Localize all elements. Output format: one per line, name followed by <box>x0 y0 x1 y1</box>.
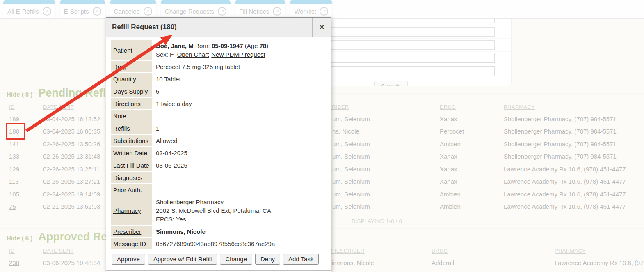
cell-pharmacy: Lawrence Academy Rx 10.6, (978) 451-4477 <box>504 166 644 173</box>
cell-pharmacy: Lawrence Academy Rx 10.6, (978) 451-4477 <box>504 203 644 210</box>
cell-prescriber: um, Selenium <box>313 153 440 160</box>
pharmacy-epcs: EPCS: Yes <box>156 215 323 224</box>
tab-label: Fill Notices <box>239 8 269 15</box>
tab-bar: All E-Refills ↗ E-Scripts ↗ Canceled ↗ C… <box>0 0 644 18</box>
refill-view-tab[interactable]: E-Scripts ↗ <box>60 0 105 18</box>
cell-drug: Ambien <box>440 141 504 148</box>
cell-prescriber: um, Selenium <box>313 166 440 173</box>
open-in-new-icon[interactable]: ↗ <box>218 7 226 16</box>
open-in-new-icon[interactable]: ↗ <box>144 7 152 16</box>
close-icon[interactable]: ✕ <box>312 18 331 37</box>
modal-footer-area <box>106 270 331 272</box>
modal-action-button[interactable]: Deny <box>255 254 280 265</box>
tab-label: Change Requests <box>165 8 214 15</box>
refill-id-link[interactable]: 133 <box>9 153 19 160</box>
patient-label[interactable]: Patient <box>111 40 152 60</box>
detail-value: Percocet 7.5 mg-325 mg tablet <box>153 61 327 72</box>
prescriber-label[interactable]: Prescriber <box>111 226 152 237</box>
cell-prescriber: immons, Nicole <box>329 259 432 266</box>
refill-view-tab[interactable]: Change Requests ↗ <box>161 0 231 18</box>
patient-value: Doe, Jane, M Born: 05-09-1947 (Age 78) S… <box>153 40 327 60</box>
cell-pharmacy: Lawrence Academy Rx 10.6, (978) 451-4477 <box>555 259 644 266</box>
refill-view-tab[interactable]: Canceled ↗ <box>110 0 156 18</box>
cell-prescriber: um, Selenium <box>313 141 440 148</box>
pharmacy-value: Shollenberger Pharmacy 2002 S. McDowell … <box>153 196 327 225</box>
detail-value <box>153 110 327 122</box>
detail-value <box>153 184 327 196</box>
cell-drug: Xanax <box>440 178 504 185</box>
message-id-value: 056727689a9043ab8978556ce8c367ae29a <box>153 238 327 249</box>
refill-request-modal: Refill Request (180) ✕ Patient Doe, Jane… <box>106 17 331 272</box>
cell-pharmacy: Lawrence Academy Rx 10.6, (978) 451-4477 <box>504 191 644 198</box>
new-pdmp-request-link[interactable]: New PDMP request <box>211 51 265 58</box>
tab-accent-cap <box>290 0 332 4</box>
column-header-drug[interactable]: DRUG <box>440 104 504 110</box>
column-header-drug[interactable]: DRUG <box>432 248 555 254</box>
modal-action-button[interactable]: Approve <box>112 254 145 265</box>
modal-action-button[interactable]: Change <box>220 254 252 265</box>
column-header-id[interactable]: ID <box>9 248 43 254</box>
open-in-new-icon[interactable]: ↗ <box>320 7 328 16</box>
refill-view-tab[interactable]: Fill Notices ↗ <box>235 0 285 18</box>
patient-name: Doe, Jane, M <box>156 42 194 49</box>
cell-drug: Xanax <box>440 166 504 173</box>
refill-id-link[interactable]: 75 <box>9 203 16 210</box>
column-header-id[interactable]: ID <box>9 104 43 110</box>
detail-value: 1 <box>153 122 327 134</box>
detail-label: Diagnoses <box>111 172 152 183</box>
detail-label: Days Supply <box>111 85 152 97</box>
message-id-label[interactable]: Message ID <box>111 238 152 249</box>
cell-prescriber: ns, Nicole <box>313 128 440 135</box>
search-button[interactable]: Search <box>374 81 408 86</box>
detail-label: Quantity <box>111 73 152 85</box>
detail-value: Allowed <box>153 135 327 146</box>
detail-label: Directions <box>111 98 152 109</box>
modal-action-buttons: Approve Approve w/ Edit Refill Change De… <box>111 249 327 265</box>
open-in-new-icon[interactable]: ↗ <box>43 7 51 16</box>
prescriber-value: Simmons, Nicole <box>153 226 327 237</box>
cell-pharmacy: Shollenberger Pharmacy, (707) 984-5571 <box>504 153 644 160</box>
open-chart-link[interactable]: Open Chart <box>177 51 209 58</box>
modal-detail-rows: Drug Percocet 7.5 mg-325 mg tablet Quant… <box>111 61 327 196</box>
hide-approved-link[interactable]: Hide ( 6 ) <box>7 235 32 242</box>
cell-drug: Ambien <box>440 203 504 210</box>
modal-action-button[interactable]: Approve w/ Edit Refill <box>148 254 217 265</box>
refill-view-tab[interactable]: All E-Refills ↗ <box>3 0 55 18</box>
refill-id-link[interactable]: 113 <box>9 178 19 185</box>
open-in-new-icon[interactable]: ↗ <box>93 7 101 16</box>
pharmacy-label[interactable]: Pharmacy <box>111 196 152 225</box>
detail-value: 03-04-2025 <box>153 147 327 159</box>
modal-action-button[interactable]: Add Task <box>283 254 319 265</box>
detail-value: 10 Tablet <box>153 73 327 85</box>
modal-body: Patient Doe, Jane, M Born: 05-09-1947 (A… <box>106 37 331 265</box>
pharmacy-name: Shollenberger Pharmacy <box>156 198 323 206</box>
detail-label: Refills <box>111 122 152 134</box>
refill-id-link[interactable]: 105 <box>9 191 19 198</box>
refill-id-link[interactable]: 129 <box>9 166 19 173</box>
refill-id-link[interactable]: 141 <box>9 141 19 148</box>
open-in-new-icon[interactable]: ↗ <box>273 7 281 16</box>
refill-id-link[interactable]: 189 <box>9 115 19 122</box>
cell-pharmacy: Shollenberger Pharmacy, (707) 984-5571 <box>504 128 644 135</box>
cell-drug: Xanax <box>440 115 504 122</box>
cell-pharmacy: Shollenberger Pharmacy, (707) 984-5571 <box>504 141 644 148</box>
tab-accent-cap <box>161 0 231 4</box>
hide-pending-link[interactable]: Hide ( 8 ) <box>7 91 32 98</box>
cell-drug: Ambien <box>440 191 504 198</box>
cell-pharmacy: Shollenberger Pharmacy, (707) 984-5571 <box>504 115 644 122</box>
cell-prescriber: um, Selenium <box>313 203 440 210</box>
column-header-prescriber[interactable]: PRESCRIBER <box>313 104 440 110</box>
tab-label: Worklist <box>294 8 316 15</box>
patient-sex: F <box>170 51 174 58</box>
refill-id-link[interactable]: 238 <box>9 259 19 266</box>
tab-accent-cap <box>235 0 285 4</box>
detail-label: Drug <box>111 61 152 72</box>
detail-value: 1 twice a day <box>153 98 327 109</box>
cell-prescriber: um, Selenium <box>313 115 440 122</box>
pharmacy-address: 2002 S. McDowell Blvd Ext, Petaluma, CA <box>156 206 323 215</box>
column-header-prescriber[interactable]: PRESCRIBER <box>329 248 432 254</box>
column-header-pharmacy[interactable]: PHARMACY <box>555 248 644 254</box>
cell-pharmacy: Lawrence Academy Rx 10.6, (978) 451-4477 <box>504 178 644 185</box>
refill-view-tab[interactable]: Worklist ↗ <box>290 0 332 18</box>
column-header-pharmacy[interactable]: PHARMACY <box>504 104 644 110</box>
